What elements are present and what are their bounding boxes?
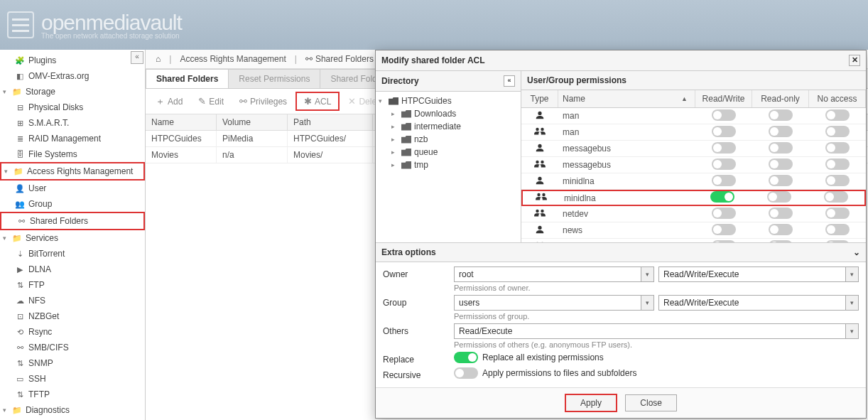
sidebar-item-arm[interactable]: ▾📁Access Rights Management bbox=[0, 162, 145, 181]
rw-toggle[interactable] bbox=[710, 191, 734, 203]
sidebar-item-bittorrent[interactable]: ⇣BitTorrent bbox=[0, 246, 145, 262]
perm-row[interactable]: man bbox=[521, 124, 866, 141]
sidebar-item-raid[interactable]: ≣RAID Management bbox=[0, 131, 145, 146]
chevron-down-icon: ▾ bbox=[845, 324, 858, 338]
breadcrumb-item[interactable]: ⚯ Shared Folders bbox=[301, 53, 378, 65]
sidebar-item-snmp[interactable]: ⇅SNMP bbox=[0, 355, 145, 371]
apply-button[interactable]: Apply bbox=[565, 394, 617, 412]
close-icon[interactable]: ✕ bbox=[849, 55, 860, 66]
perm-row[interactable]: messagebus bbox=[521, 157, 866, 173]
col-readwrite[interactable]: Read/Write bbox=[695, 90, 752, 107]
col-name[interactable]: Name bbox=[146, 114, 217, 130]
perm-row[interactable]: man bbox=[521, 108, 866, 124]
folder-icon bbox=[401, 136, 411, 144]
na-toggle[interactable] bbox=[825, 175, 850, 186]
ro-toggle[interactable] bbox=[769, 126, 793, 137]
na-toggle[interactable] bbox=[824, 191, 848, 203]
chevron-icon[interactable]: ⌄ bbox=[853, 247, 860, 257]
edit-button[interactable]: ✎Edit bbox=[191, 92, 231, 111]
sidebar-item-ssh[interactable]: ▭SSH bbox=[0, 371, 145, 387]
recursive-toggle[interactable] bbox=[454, 367, 478, 379]
perm-row[interactable]: netdev bbox=[521, 206, 866, 222]
acl-button[interactable]: ✱ACL bbox=[295, 92, 340, 111]
breadcrumb-item[interactable]: Access Rights Management bbox=[175, 53, 290, 65]
breadcrumb-home[interactable]: ⌂ bbox=[151, 53, 165, 65]
collapse-icon[interactable]: « bbox=[504, 75, 515, 87]
dir-item[interactable]: ▸nzb bbox=[379, 133, 518, 146]
rw-toggle[interactable] bbox=[712, 142, 736, 154]
col-path[interactable]: Path bbox=[288, 114, 373, 130]
menu-icon[interactable] bbox=[7, 11, 34, 38]
recursive-text: Apply permissions to files and subfolder… bbox=[482, 368, 636, 378]
add-button[interactable]: ＋Add bbox=[148, 92, 190, 111]
group-perm-select[interactable]: Read/Write/Execute▾ bbox=[658, 295, 859, 311]
dir-item[interactable]: ▸queue bbox=[379, 146, 518, 158]
dir-item-root[interactable]: ▾HTPCGuides bbox=[379, 95, 518, 107]
owner-select[interactable]: root▾ bbox=[454, 266, 654, 282]
sidebar-item-rsync[interactable]: ⟲Rsync bbox=[0, 324, 145, 340]
rw-toggle[interactable] bbox=[712, 224, 736, 235]
replace-toggle[interactable] bbox=[454, 352, 478, 363]
ro-toggle[interactable] bbox=[769, 109, 793, 121]
tab-shared-folders[interactable]: Shared Folders bbox=[146, 69, 229, 88]
sidebar-collapse-icon[interactable]: « bbox=[131, 51, 143, 64]
na-toggle[interactable] bbox=[825, 126, 850, 137]
rw-toggle[interactable] bbox=[712, 158, 736, 170]
ro-toggle[interactable] bbox=[769, 175, 793, 186]
sidebar-item-filesystems[interactable]: 🗄File Systems bbox=[0, 146, 145, 162]
na-toggle[interactable] bbox=[825, 109, 850, 121]
dir-item[interactable]: ▸intermediate bbox=[379, 120, 518, 133]
dir-item[interactable]: ▸Downloads bbox=[379, 107, 518, 120]
perm-row[interactable]: minidlna bbox=[521, 173, 866, 190]
col-readonly[interactable]: Read-only bbox=[752, 90, 809, 107]
ro-toggle[interactable] bbox=[769, 224, 793, 235]
sidebar-item-omv-extras[interactable]: ◧OMV-Extras.org bbox=[0, 68, 145, 84]
rw-toggle[interactable] bbox=[712, 240, 736, 243]
perm-row[interactable]: minidlna bbox=[521, 190, 866, 206]
tab-reset-permissions[interactable]: Reset Permissions bbox=[228, 69, 320, 88]
rw-toggle[interactable] bbox=[712, 126, 736, 137]
perm-row[interactable]: messagebus bbox=[521, 141, 866, 157]
sidebar-item-smart[interactable]: ⊞S.M.A.R.T. bbox=[0, 115, 145, 131]
perm-row[interactable]: news bbox=[521, 222, 866, 239]
ro-toggle[interactable] bbox=[769, 208, 793, 219]
col-volume[interactable]: Volume bbox=[217, 114, 288, 130]
na-toggle[interactable] bbox=[825, 142, 850, 154]
ro-toggle[interactable] bbox=[767, 191, 791, 203]
others-select[interactable]: Read/Execute▾ bbox=[454, 323, 859, 339]
sidebar-item-shared-folders[interactable]: ⚯Shared Folders bbox=[0, 212, 145, 230]
close-button[interactable]: Close bbox=[625, 394, 677, 411]
sidebar-item-plugins[interactable]: 🧩Plugins bbox=[0, 53, 145, 68]
group-select[interactable]: users▾ bbox=[454, 295, 654, 311]
ro-toggle[interactable] bbox=[769, 158, 793, 170]
rw-toggle[interactable] bbox=[712, 175, 736, 186]
na-toggle[interactable] bbox=[825, 224, 850, 235]
sidebar-item-storage[interactable]: ▾📁Storage bbox=[0, 84, 145, 99]
col-name[interactable]: Name▲ bbox=[558, 90, 695, 107]
sidebar-item-group[interactable]: 👥Group bbox=[0, 196, 145, 212]
na-toggle[interactable] bbox=[825, 240, 850, 243]
sidebar-item-smb[interactable]: ⚯SMB/CIFS bbox=[0, 340, 145, 355]
sidebar-item-services[interactable]: ▾📁Services bbox=[0, 230, 145, 246]
sidebar-item-dlna[interactable]: ▶DLNA bbox=[0, 262, 145, 277]
na-toggle[interactable] bbox=[825, 208, 850, 219]
sidebar-item-ftp[interactable]: ⇅FTP bbox=[0, 277, 145, 293]
sidebar-item-user[interactable]: 👤User bbox=[0, 181, 145, 196]
ro-toggle[interactable] bbox=[769, 240, 793, 243]
dir-item[interactable]: ▸tmp bbox=[379, 158, 518, 171]
dialog-titlebar[interactable]: Modify shared folder ACL ✕ bbox=[376, 50, 866, 71]
sidebar-item-physical-disks[interactable]: ⊟Physical Disks bbox=[0, 99, 145, 115]
na-toggle[interactable] bbox=[825, 158, 850, 170]
sidebar-item-nzbget[interactable]: ⊡NZBGet bbox=[0, 308, 145, 324]
sidebar-item-tftp[interactable]: ⇅TFTP bbox=[0, 387, 145, 402]
chevron-down-icon: ▾ bbox=[641, 267, 653, 281]
col-noaccess[interactable]: No access bbox=[809, 90, 866, 107]
owner-perm-select[interactable]: Read/Write/Execute▾ bbox=[658, 266, 859, 282]
rw-toggle[interactable] bbox=[712, 109, 736, 121]
col-type[interactable]: Type bbox=[521, 90, 558, 107]
sidebar-item-diagnostics[interactable]: ▾📁Diagnostics bbox=[0, 402, 145, 418]
rw-toggle[interactable] bbox=[712, 208, 736, 219]
sidebar-item-nfs[interactable]: ☁NFS bbox=[0, 293, 145, 308]
privileges-button[interactable]: ⚯Privileges bbox=[232, 92, 294, 111]
ro-toggle[interactable] bbox=[769, 142, 793, 154]
